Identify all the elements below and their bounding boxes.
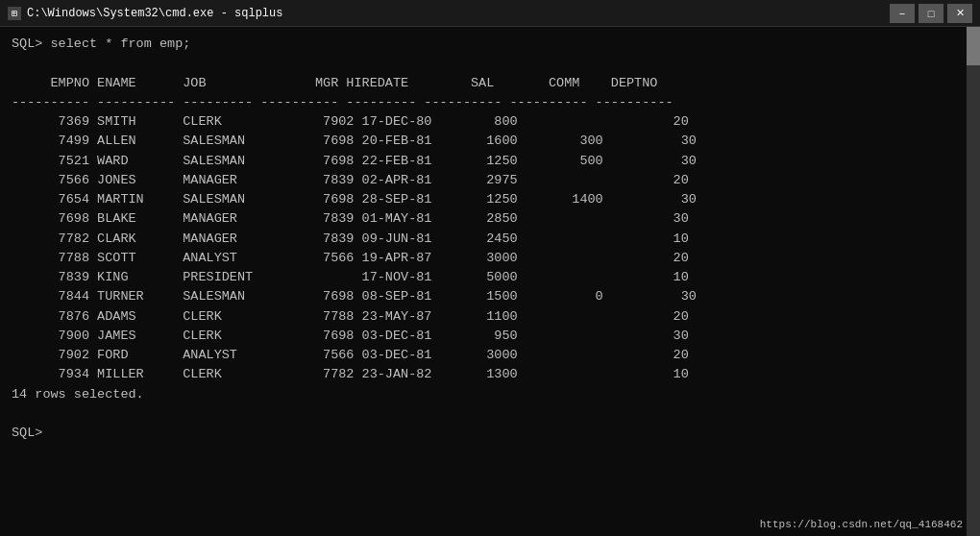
table-separator: ---------- ---------- --------- --------…	[12, 95, 674, 110]
final-prompt: SQL>	[12, 426, 42, 440]
table-row: 7782 CLARK MANAGER 7839 09-JUN-81 2450 1…	[12, 230, 968, 249]
window-title: C:\Windows\System32\cmd.exe - sqlplus	[27, 7, 282, 20]
table-row: 7369 SMITH CLERK 7902 17-DEC-80 800 20	[12, 112, 968, 132]
sql-prompt-line: SQL> select * from emp;	[12, 37, 190, 51]
restore-button[interactable]: □	[919, 4, 943, 23]
title-bar: ⊞ C:\Windows\System32\cmd.exe - sqlplus …	[0, 0, 980, 27]
table-row: 7900 JAMES CLERK 7698 03-DEC-81 950 30	[12, 327, 968, 346]
table-row: 7654 MARTIN SALESMAN 7698 28-SEP-81 1250…	[12, 190, 968, 209]
table-row: 7934 MILLER CLERK 7782 23-JAN-82 1300 10	[12, 365, 968, 384]
terminal-window[interactable]: SQL> select * from emp; EMPNO ENAME JOB …	[0, 27, 980, 536]
footer-url: https://blog.csdn.net/qq_4168462	[760, 519, 963, 530]
table-row: 7844 TURNER SALESMAN 7698 08-SEP-81 1500…	[12, 287, 968, 306]
table-row: 7521 WARD SALESMAN 7698 22-FEB-81 1250 5…	[12, 152, 968, 171]
scrollbar[interactable]	[967, 27, 980, 536]
table-row: 7839 KING PRESIDENT 17-NOV-81 5000 10	[12, 268, 968, 287]
rows-selected: 14 rows selected.	[12, 387, 144, 402]
cmd-icon: ⊞	[8, 7, 21, 20]
table-row: 7876 ADAMS CLERK 7788 23-MAY-87 1100 20	[12, 307, 968, 327]
title-bar-left: ⊞ C:\Windows\System32\cmd.exe - sqlplus	[8, 7, 282, 20]
terminal-footer: 14 rows selected. SQL>	[12, 385, 968, 444]
table-rows: 7369 SMITH CLERK 7902 17-DEC-80 800 20 7…	[12, 112, 968, 385]
terminal-content: SQL> select * from emp; EMPNO ENAME JOB …	[12, 35, 968, 112]
table-row: 7566 JONES MANAGER 7839 02-APR-81 2975 2…	[12, 171, 968, 190]
title-bar-controls: − □ ✕	[890, 4, 972, 23]
table-header: EMPNO ENAME JOB MGR HIREDATE SAL COMM DE…	[12, 76, 657, 90]
table-row: 7902 FORD ANALYST 7566 03-DEC-81 3000 20	[12, 346, 968, 365]
scrollbar-thumb[interactable]	[967, 27, 980, 65]
table-row: 7499 ALLEN SALESMAN 7698 20-FEB-81 1600 …	[12, 132, 968, 151]
table-row: 7698 BLAKE MANAGER 7839 01-MAY-81 2850 3…	[12, 209, 968, 229]
table-row: 7788 SCOTT ANALYST 7566 19-APR-87 3000 2…	[12, 249, 968, 268]
close-button[interactable]: ✕	[947, 4, 972, 23]
minimize-button[interactable]: −	[890, 4, 915, 23]
